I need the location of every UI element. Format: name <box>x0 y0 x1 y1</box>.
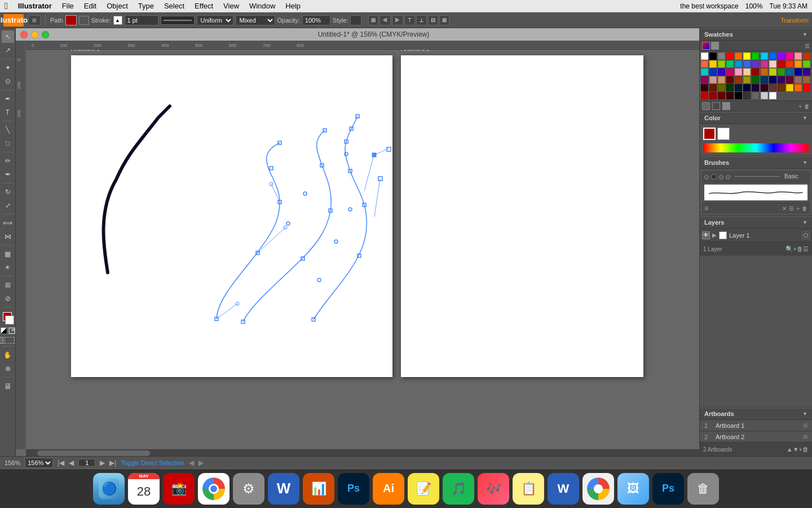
slice-tool[interactable]: ⊘ <box>2 292 14 305</box>
symbol-tool[interactable]: ☀ <box>2 261 14 274</box>
swatch-color-5[interactable] <box>743 52 751 60</box>
color-foreground[interactable] <box>703 128 716 140</box>
swatch-color-53[interactable] <box>709 84 717 91</box>
swatch-color-65[interactable] <box>701 92 708 99</box>
zoom-tool[interactable]: ⊕ <box>2 362 14 375</box>
swatch-color-12[interactable] <box>803 52 810 60</box>
direct-selection-tool[interactable]: ↗ <box>2 44 14 56</box>
dock-powerpoint[interactable]: 📊 <box>303 473 334 505</box>
dock-ps2[interactable]: Ps <box>652 473 684 505</box>
swatch-color-31[interactable] <box>743 68 751 76</box>
layer-visibility-1[interactable]: 👁 <box>702 231 710 239</box>
align-top[interactable]: ⊤ <box>404 15 415 25</box>
swatch-color-38[interactable] <box>803 68 810 76</box>
dock-photoshop[interactable]: Ps <box>338 473 369 505</box>
swatch-color-49[interactable] <box>786 76 793 84</box>
menu-select[interactable]: Select <box>160 1 189 11</box>
stroke-weight-input[interactable] <box>125 15 158 25</box>
swatch-color-61[interactable] <box>778 84 785 91</box>
dock-photo-booth[interactable]: 📸 <box>163 473 195 505</box>
swatch-icon-2[interactable] <box>712 102 720 110</box>
color-collapse-icon[interactable]: ▼ <box>802 115 807 121</box>
window-max-btn[interactable] <box>42 31 49 38</box>
graph-tool[interactable]: ▦ <box>2 248 14 260</box>
dock-trash[interactable]: 🗑 <box>687 473 719 505</box>
swatches-collapse-icon[interactable]: ▼ <box>802 32 807 37</box>
swatch-color-21[interactable] <box>769 60 776 68</box>
layer-target-1[interactable] <box>802 231 810 239</box>
swatch-color-72[interactable] <box>761 92 768 99</box>
brush-preset-3[interactable] <box>719 175 723 179</box>
swatch-color-11[interactable] <box>795 52 802 60</box>
swatch-color-52[interactable] <box>701 84 708 91</box>
dock-illustrator[interactable]: Ai <box>373 473 404 505</box>
selection-tool[interactable]: ↖ <box>2 30 14 43</box>
brush-preset-2[interactable] <box>711 174 717 179</box>
window-close-btn[interactable] <box>20 31 28 38</box>
swatch-color-35[interactable] <box>778 68 785 76</box>
swatch-color-20[interactable] <box>761 60 768 68</box>
swatch-gradient-icon[interactable] <box>702 42 710 50</box>
menu-type[interactable]: Type <box>134 1 158 11</box>
artboards-collapse-icon[interactable]: ▼ <box>802 411 807 417</box>
status-arrow-right[interactable]: ▶ <box>198 459 204 467</box>
swatch-color-63[interactable] <box>795 84 802 91</box>
swatch-color-56[interactable] <box>735 84 742 91</box>
swatch-color-73[interactable] <box>769 92 776 99</box>
artboards-panel-header[interactable]: Artboards ▼ <box>700 408 812 420</box>
nav-last-btn[interactable]: ▶| <box>109 459 116 467</box>
swatch-color-71[interactable] <box>752 92 759 99</box>
dock-chrome[interactable] <box>198 473 230 505</box>
swatch-color-70[interactable] <box>743 92 751 99</box>
swatch-color-41[interactable] <box>718 76 725 84</box>
swatch-color-46[interactable] <box>761 76 768 84</box>
pen-tool[interactable]: ✒ <box>2 93 14 105</box>
menu-effect[interactable]: Effect <box>190 1 218 11</box>
swatch-color-24[interactable] <box>795 60 802 68</box>
swatches-menu-btn[interactable]: ☰ <box>805 43 810 49</box>
pencil-tool[interactable]: ✒ <box>2 168 14 181</box>
swatch-color-50[interactable] <box>795 76 802 84</box>
dock-word-2[interactable]: W <box>548 473 579 505</box>
swatch-color-57[interactable] <box>743 84 751 91</box>
distribute-h[interactable]: ⊟ <box>428 15 438 25</box>
swatch-color-64[interactable] <box>803 84 810 91</box>
artboard-edit-2[interactable]: ⊞ <box>803 433 807 440</box>
stroke-color-swatch[interactable] <box>65 15 77 25</box>
paintbrush-tool[interactable]: ✏ <box>2 155 14 167</box>
swatch-color-45[interactable] <box>752 76 759 84</box>
dock-system-prefs[interactable]: ⚙ <box>233 473 264 505</box>
swatch-color-68[interactable] <box>726 92 734 99</box>
swatch-color-33[interactable] <box>761 68 768 76</box>
style-indicator[interactable] <box>350 15 361 25</box>
gradient-mode[interactable] <box>5 337 15 344</box>
dock-word[interactable]: W <box>268 473 299 505</box>
swatch-color-15[interactable] <box>718 60 725 68</box>
swatch-icon-3[interactable] <box>722 102 730 110</box>
lasso-tool[interactable]: ⊙ <box>2 75 14 87</box>
swatch-color-10[interactable] <box>786 52 793 60</box>
swatch-color-43[interactable] <box>735 76 742 84</box>
swatch-color-42[interactable] <box>726 76 734 84</box>
swatch-color-66[interactable] <box>709 92 717 99</box>
dock-chrome-2[interactable] <box>582 473 614 505</box>
dock-spotify[interactable]: 🎵 <box>443 473 474 505</box>
swatch-color-17[interactable] <box>735 60 742 68</box>
dock-calendar[interactable]: MAY 28 <box>128 473 160 505</box>
swatch-color-32[interactable] <box>752 68 759 76</box>
swatch-color-67[interactable] <box>718 92 725 99</box>
swatch-color-22[interactable] <box>778 60 785 68</box>
rotate-tool[interactable]: ↻ <box>2 186 14 198</box>
swatch-color-44[interactable] <box>743 76 751 84</box>
artboard-row-2[interactable]: 2 Artboard 2 ⊞ <box>700 431 812 443</box>
type-tool[interactable]: T <box>2 106 14 119</box>
menu-file[interactable]: File <box>58 1 78 11</box>
swatches-panel-header[interactable]: Swatches ▼ <box>700 28 812 41</box>
apple-menu[interactable]:  <box>5 1 8 11</box>
brush-preset-4[interactable] <box>726 175 730 179</box>
swatch-color-14[interactable] <box>709 60 717 68</box>
swatch-color-28[interactable] <box>718 68 725 76</box>
swatch-color-1[interactable] <box>709 52 717 60</box>
swatch-color-25[interactable] <box>803 60 810 68</box>
layer-expand-1[interactable]: ▶ <box>712 232 717 238</box>
